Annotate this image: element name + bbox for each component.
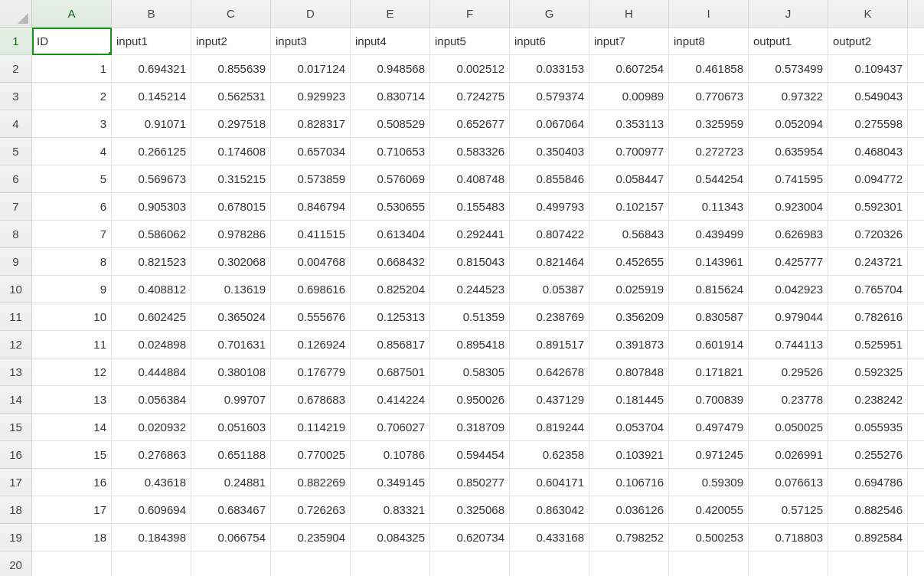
cell-C4[interactable]: 0.297518 [191, 110, 271, 138]
cell-B11[interactable]: 0.602425 [112, 303, 191, 331]
cell-K18[interactable]: 0.882546 [828, 496, 908, 524]
cell-E15[interactable]: 0.706027 [351, 414, 430, 441]
cell-D20[interactable] [271, 551, 351, 576]
cell-I19[interactable]: 0.500253 [669, 524, 749, 551]
row-header-13[interactable]: 13 [0, 358, 32, 386]
row-header-5[interactable]: 5 [0, 138, 32, 165]
cell-G6[interactable]: 0.855846 [510, 165, 589, 193]
cell-G1[interactable]: input6 [510, 28, 589, 55]
cell-H18[interactable]: 0.036126 [589, 496, 669, 524]
cell-F13[interactable]: 0.58305 [430, 358, 510, 386]
cell-D1[interactable]: input3 [271, 28, 351, 55]
cell-C6[interactable]: 0.315215 [191, 165, 271, 193]
cell-H5[interactable]: 0.700977 [589, 138, 669, 165]
cell-J17[interactable]: 0.076613 [749, 469, 828, 496]
row-header-17[interactable]: 17 [0, 469, 32, 496]
cell-K13[interactable]: 0.592325 [828, 358, 908, 386]
row-header-10[interactable]: 10 [0, 276, 32, 303]
cell-B19[interactable]: 0.184398 [112, 524, 191, 551]
cell-K11[interactable]: 0.782616 [828, 303, 908, 331]
cell-H7[interactable]: 0.102157 [589, 193, 669, 221]
row-header-3[interactable]: 3 [0, 83, 32, 110]
cell-G7[interactable]: 0.499793 [510, 193, 589, 221]
row-header-15[interactable]: 15 [0, 414, 32, 441]
cell-A12[interactable]: 11 [32, 331, 112, 358]
column-header-B[interactable]: B [112, 0, 191, 28]
cell-G10[interactable]: 0.05387 [510, 276, 589, 303]
cell-C8[interactable]: 0.978286 [191, 221, 271, 248]
cell-F5[interactable]: 0.583326 [430, 138, 510, 165]
cell-C15[interactable]: 0.051603 [191, 414, 271, 441]
cell-F12[interactable]: 0.895418 [430, 331, 510, 358]
cell-I14[interactable]: 0.700839 [669, 386, 749, 414]
column-header-E[interactable]: E [351, 0, 430, 28]
row-header-16[interactable]: 16 [0, 441, 32, 469]
cell-C7[interactable]: 0.678015 [191, 193, 271, 221]
cell-H16[interactable]: 0.103921 [589, 441, 669, 469]
cell-B20[interactable] [112, 551, 191, 576]
cell-K14[interactable]: 0.238242 [828, 386, 908, 414]
cell-G3[interactable]: 0.579374 [510, 83, 589, 110]
cell-A17[interactable]: 16 [32, 469, 112, 496]
spreadsheet-grid[interactable]: ABCDEFGHIJK1IDinput1input2input3input4in… [0, 0, 924, 576]
cell-J18[interactable]: 0.57125 [749, 496, 828, 524]
cell-D17[interactable]: 0.882269 [271, 469, 351, 496]
cell-D11[interactable]: 0.555676 [271, 303, 351, 331]
cell-G20[interactable] [510, 551, 589, 576]
cell-G16[interactable]: 0.62358 [510, 441, 589, 469]
cell-I20[interactable] [669, 551, 749, 576]
cell-A10[interactable]: 9 [32, 276, 112, 303]
cell-C5[interactable]: 0.174608 [191, 138, 271, 165]
cell-G13[interactable]: 0.642678 [510, 358, 589, 386]
cell-C11[interactable]: 0.365024 [191, 303, 271, 331]
cell-E9[interactable]: 0.668432 [351, 248, 430, 276]
cell-K15[interactable]: 0.055935 [828, 414, 908, 441]
cell-A8[interactable]: 7 [32, 221, 112, 248]
cell-J9[interactable]: 0.425777 [749, 248, 828, 276]
cell-I13[interactable]: 0.171821 [669, 358, 749, 386]
row-header-12[interactable]: 12 [0, 331, 32, 358]
cell-K9[interactable]: 0.243721 [828, 248, 908, 276]
cell-H11[interactable]: 0.356209 [589, 303, 669, 331]
cell-G19[interactable]: 0.433168 [510, 524, 589, 551]
cell-D7[interactable]: 0.846794 [271, 193, 351, 221]
cell-G17[interactable]: 0.604171 [510, 469, 589, 496]
cell-I2[interactable]: 0.461858 [669, 55, 749, 83]
cell-D13[interactable]: 0.176779 [271, 358, 351, 386]
cell-E14[interactable]: 0.414224 [351, 386, 430, 414]
cell-B6[interactable]: 0.569673 [112, 165, 191, 193]
cell-A4[interactable]: 3 [32, 110, 112, 138]
cell-F4[interactable]: 0.652677 [430, 110, 510, 138]
cell-K4[interactable]: 0.275598 [828, 110, 908, 138]
cell-G11[interactable]: 0.238769 [510, 303, 589, 331]
cell-F14[interactable]: 0.950026 [430, 386, 510, 414]
cell-I16[interactable]: 0.971245 [669, 441, 749, 469]
column-header-A[interactable]: A [32, 0, 112, 28]
cell-C17[interactable]: 0.24881 [191, 469, 271, 496]
cell-K2[interactable]: 0.109437 [828, 55, 908, 83]
cell-A7[interactable]: 6 [32, 193, 112, 221]
row-header-19[interactable]: 19 [0, 524, 32, 551]
cell-D5[interactable]: 0.657034 [271, 138, 351, 165]
cell-E5[interactable]: 0.710653 [351, 138, 430, 165]
cell-D3[interactable]: 0.929923 [271, 83, 351, 110]
column-header-D[interactable]: D [271, 0, 351, 28]
cell-E2[interactable]: 0.948568 [351, 55, 430, 83]
cell-K20[interactable] [828, 551, 908, 576]
cell-H20[interactable] [589, 551, 669, 576]
cell-F16[interactable]: 0.594454 [430, 441, 510, 469]
cell-G5[interactable]: 0.350403 [510, 138, 589, 165]
cell-D9[interactable]: 0.004768 [271, 248, 351, 276]
cell-D14[interactable]: 0.678683 [271, 386, 351, 414]
cell-E12[interactable]: 0.856817 [351, 331, 430, 358]
cell-D4[interactable]: 0.828317 [271, 110, 351, 138]
cell-D19[interactable]: 0.235904 [271, 524, 351, 551]
cell-H3[interactable]: 0.00989 [589, 83, 669, 110]
cell-C1[interactable]: input2 [191, 28, 271, 55]
cell-F15[interactable]: 0.318709 [430, 414, 510, 441]
row-header-18[interactable]: 18 [0, 496, 32, 524]
cell-B12[interactable]: 0.024898 [112, 331, 191, 358]
cell-A9[interactable]: 8 [32, 248, 112, 276]
cell-G2[interactable]: 0.033153 [510, 55, 589, 83]
cell-I4[interactable]: 0.325959 [669, 110, 749, 138]
